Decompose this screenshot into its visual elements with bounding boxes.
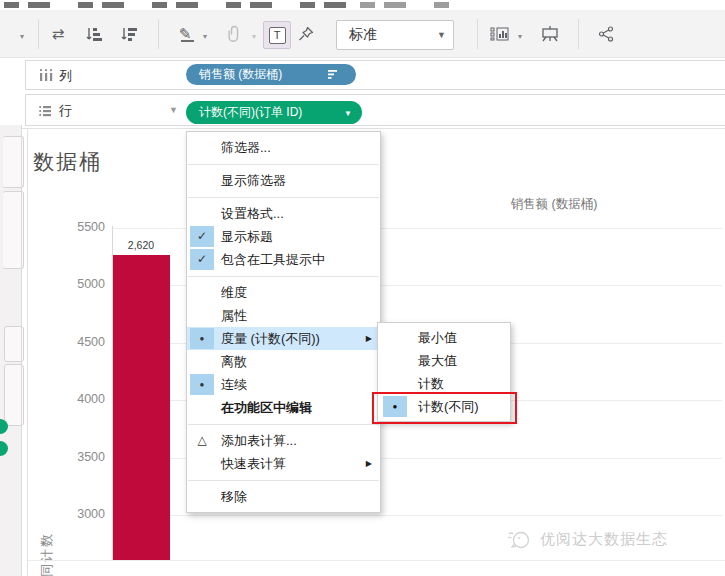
sort-descending-icon[interactable]	[119, 24, 139, 44]
menu-separator	[188, 197, 379, 198]
menu-item[interactable]: 在功能区中编辑	[187, 396, 380, 419]
submenu-item[interactable]: 最大值	[378, 349, 510, 372]
columns-shelf-label: 列	[59, 67, 72, 85]
show-mark-labels-button[interactable]: T	[263, 21, 291, 49]
menu-item[interactable]: 维度	[187, 281, 380, 304]
toolbar: ▾ ⇄ ✎ ▾ ▾ T 标准 ▼ ▾	[0, 10, 725, 58]
watermark-text: 优阅达大数据生态	[540, 530, 668, 549]
bullet-icon: ●	[190, 328, 214, 349]
menu-item-label: 连续	[221, 377, 247, 392]
undo-dropdown-caret[interactable]: ▾	[20, 32, 24, 41]
menu-item-label: 维度	[221, 285, 247, 300]
menu-item-label: 度量 (计数(不同))	[221, 331, 320, 346]
annotation-red-box	[372, 392, 517, 424]
label-T-icon: T	[269, 27, 286, 44]
menu-separator	[188, 480, 379, 481]
menu-item-label: 离散	[221, 354, 247, 369]
sheet-title: 数据桶	[33, 148, 102, 176]
measure-submenu: 最小值最大值计数●计数(不同)	[377, 322, 511, 422]
y-tick-label: 3500	[58, 450, 105, 464]
submenu-arrow-icon: ▶	[366, 327, 372, 350]
pill-dropdown-caret[interactable]: ▼	[344, 109, 352, 118]
columns-icon	[38, 68, 54, 86]
fit-selector-value: 标准	[349, 26, 377, 44]
menu-item[interactable]: 属性	[187, 304, 380, 327]
columns-shelf[interactable]: 列	[25, 60, 725, 90]
y-tick-label: 4000	[58, 392, 105, 406]
menu-item[interactable]: ✓包含在工具提示中	[187, 248, 380, 271]
menu-item-label: 在功能区中编辑	[221, 400, 312, 415]
check-icon: ✓	[190, 249, 214, 270]
column-field-header: 销售额 (数据桶)	[454, 196, 654, 213]
bullet-icon: ●	[190, 374, 214, 395]
gridline	[112, 515, 722, 516]
sort-ascending-icon[interactable]	[84, 24, 104, 44]
cropped-green-pill	[0, 441, 8, 456]
menu-item-label: 快速表计算	[221, 456, 286, 471]
bin-header-label: 2,620	[111, 239, 171, 251]
menu-item[interactable]: ●度量 (计数(不同))▶	[187, 327, 380, 350]
swap-rows-columns-icon[interactable]: ⇄	[48, 24, 68, 44]
submenu-item-label: 最小值	[418, 330, 457, 345]
submenu-item[interactable]: 最小值	[378, 326, 510, 349]
rows-shelf-label: 行	[59, 102, 72, 120]
highlight-dropdown-caret[interactable]: ▾	[203, 32, 207, 41]
fit-selector[interactable]: 标准 ▼	[336, 20, 454, 50]
field-context-menu: 筛选器...显示筛选器设置格式...✓显示标题✓包含在工具提示中维度属性●度量 …	[186, 131, 381, 513]
menu-item[interactable]: 显示筛选器	[187, 169, 380, 192]
rows-icon	[38, 104, 52, 122]
menu-item[interactable]: 移除	[187, 485, 380, 508]
menu-item-label: 设置格式...	[221, 206, 284, 221]
rows-pill[interactable]: 计数(不同)(订单 ID) ▼	[186, 101, 362, 124]
bar-mark[interactable]	[113, 255, 170, 560]
y-axis-label: 订单 ID 不同计数	[38, 532, 56, 576]
rows-shelf[interactable]: 行 ▼	[25, 94, 725, 126]
y-tick-label: 5500	[58, 220, 105, 234]
y-tick-label: 5000	[58, 277, 105, 291]
menu-item-label: 移除	[221, 489, 247, 504]
menu-item[interactable]: ●连续	[187, 373, 380, 396]
menu-item-label: 显示筛选器	[221, 173, 286, 188]
columns-pill[interactable]: 销售额 (数据桶)	[186, 64, 356, 85]
triangle-icon: △	[190, 430, 214, 451]
watermark-logo-icon	[506, 528, 532, 550]
watermark: 优阅达大数据生态	[506, 528, 668, 550]
menu-separator	[188, 164, 379, 165]
presentation-mode-icon[interactable]	[540, 24, 560, 44]
rows-pill-label: 计数(不同)(订单 ID)	[186, 104, 302, 121]
menu-item-label: 添加表计算...	[221, 433, 297, 448]
check-icon: ✓	[190, 226, 214, 247]
menu-item-label: 显示标题	[221, 229, 273, 244]
rows-shelf-caret[interactable]: ▼	[169, 105, 178, 115]
menu-item[interactable]: ✓显示标题	[187, 225, 380, 248]
menu-separator	[188, 276, 379, 277]
show-me-icon[interactable]	[490, 24, 510, 44]
menu-item-label: 筛选器...	[221, 140, 271, 155]
submenu-item-label: 计数	[418, 376, 444, 391]
show-me-dropdown-caret[interactable]: ▾	[518, 32, 522, 41]
left-panel-sliver	[0, 125, 21, 576]
cropped-text-fragments	[4, 2, 350, 8]
y-tick-label: 3000	[58, 507, 105, 521]
y-tick-label: 4500	[58, 335, 105, 349]
menu-item[interactable]: 设置格式...	[187, 202, 380, 225]
sorted-icon	[327, 69, 338, 83]
menu-item[interactable]: 离散	[187, 350, 380, 373]
fit-selector-caret[interactable]: ▼	[437, 30, 446, 40]
columns-pill-label: 销售额 (数据桶)	[186, 66, 282, 83]
menu-item[interactable]: △添加表计算...	[187, 429, 380, 452]
group-paperclip-icon[interactable]	[224, 24, 244, 44]
share-icon[interactable]	[596, 24, 616, 44]
cropped-text-fragments	[360, 2, 450, 8]
highlight-icon[interactable]: ✎	[175, 24, 195, 44]
submenu-arrow-icon: ▶	[366, 452, 372, 475]
menu-item[interactable]: 筛选器...	[187, 136, 380, 159]
group-dropdown-caret[interactable]: ▾	[252, 32, 256, 41]
menu-separator	[188, 424, 379, 425]
submenu-item-label: 最大值	[418, 353, 457, 368]
menu-item-label: 属性	[221, 308, 247, 323]
pin-icon[interactable]	[296, 24, 316, 44]
menu-item[interactable]: 快速表计算▶	[187, 452, 380, 475]
menu-item-label: 包含在工具提示中	[221, 252, 325, 267]
